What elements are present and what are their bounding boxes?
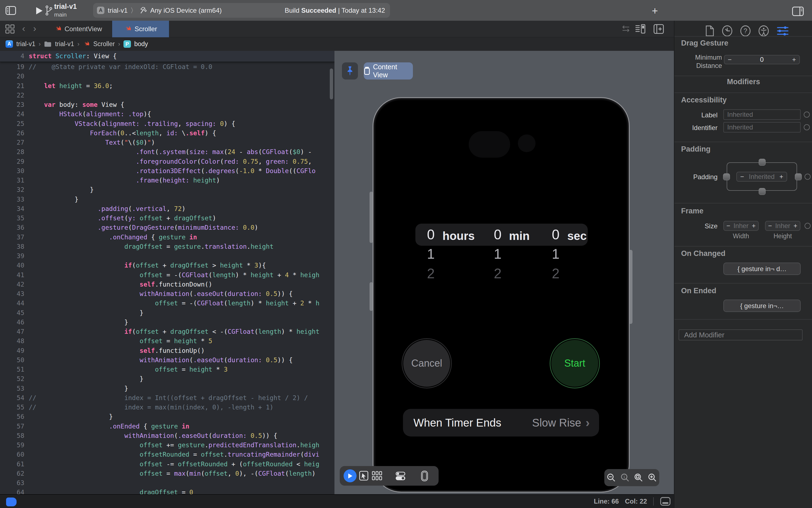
code-line[interactable]: 59 offset += gesture.predictedEndTransla… bbox=[0, 440, 334, 450]
code-line[interactable]: 4struct Scroller: View { bbox=[0, 51, 334, 61]
padding-trailing-handle[interactable] bbox=[795, 173, 802, 180]
when-timer-ends-row[interactable]: When Timer Ends Slow Rise › bbox=[403, 409, 599, 436]
file-inspector-icon[interactable] bbox=[704, 25, 715, 37]
accessibility-identifier-toggle[interactable] bbox=[804, 124, 810, 130]
breadcrumb-item-group[interactable]: trial-v1 bbox=[55, 40, 74, 48]
padding-value[interactable]: Inherited bbox=[744, 173, 779, 180]
navigator-sidebar-toggle-icon[interactable] bbox=[5, 6, 16, 15]
stepper-increment[interactable]: + bbox=[779, 173, 783, 180]
frame-width-stepper[interactable]: − Inher + bbox=[723, 221, 759, 231]
minimap-icon[interactable] bbox=[635, 24, 646, 35]
swap-editor-icon[interactable] bbox=[621, 25, 631, 33]
code-line[interactable]: 43 withAnimation(.easeOut(duration: 0.5)… bbox=[0, 289, 334, 298]
code-line[interactable]: 34 .padding(.vertical, 72) bbox=[0, 204, 334, 213]
code-line[interactable]: 44 offset = -(CGFloat(length) * height +… bbox=[0, 298, 334, 308]
code-line[interactable]: 54// index = Int((offset + dragOffset - … bbox=[0, 393, 334, 403]
code-line[interactable]: 25 VStack(alignment: .trailing, spacing:… bbox=[0, 119, 334, 128]
frame-width-value[interactable]: Inher bbox=[730, 222, 752, 230]
code-line[interactable]: 23 var body: some View { bbox=[0, 100, 334, 109]
attributes-inspector-icon[interactable] bbox=[776, 25, 789, 37]
code-line[interactable]: 35 .offset(y: offset + dragOffset) bbox=[0, 213, 334, 223]
code-line[interactable]: 20 bbox=[0, 72, 334, 81]
iphone-screen[interactable]: 0 hours 0 min 0 sec 1 1 1 2 2 2 Cancel S… bbox=[376, 100, 627, 490]
run-button[interactable] bbox=[35, 7, 43, 15]
code-line[interactable]: 60 offsetRounded = offset.truncatingRema… bbox=[0, 450, 334, 459]
picker-row2[interactable]: 2 bbox=[489, 266, 506, 281]
padding-toggle[interactable] bbox=[805, 174, 811, 180]
stepper-decrement[interactable]: − bbox=[740, 173, 744, 180]
scheme-project[interactable]: trial-v1 bbox=[108, 7, 128, 14]
stepper-increment[interactable]: + bbox=[792, 56, 796, 64]
picker-row2[interactable]: 2 bbox=[422, 266, 439, 281]
breadcrumb-item-symbol[interactable]: body bbox=[134, 40, 148, 48]
code-line[interactable]: 33 } bbox=[0, 195, 334, 204]
code-line[interactable]: 41 offset = -(CGFloat(length) * height +… bbox=[0, 270, 334, 280]
code-line[interactable]: 31 .frame(height: height) bbox=[0, 176, 334, 185]
code-line[interactable]: 39 bbox=[0, 251, 334, 261]
code-line[interactable]: 57 .onEnded { gesture in bbox=[0, 422, 334, 431]
padding-top-handle[interactable] bbox=[759, 159, 766, 166]
add-modifier-field[interactable]: Add Modifier bbox=[679, 329, 803, 340]
code-line[interactable]: 22 bbox=[0, 91, 334, 100]
frame-height-stepper[interactable]: − Inher + bbox=[765, 221, 800, 231]
add-tab-button[interactable]: + bbox=[652, 5, 658, 17]
preview-name-pill[interactable]: Content View bbox=[364, 62, 413, 80]
preview-device-button[interactable] bbox=[416, 467, 433, 485]
code-line[interactable]: 24 HStack(alignment: .top){ bbox=[0, 109, 334, 119]
code-line[interactable]: 50 withAnimation(.easeOut(duration: 0.5)… bbox=[0, 355, 334, 365]
history-inspector-icon[interactable] bbox=[721, 25, 733, 37]
cancel-button[interactable]: Cancel bbox=[403, 340, 450, 387]
stepper-increment[interactable]: + bbox=[794, 222, 797, 230]
code-editor[interactable]: 4struct Scroller: View { 19// @State pri… bbox=[0, 51, 334, 494]
picker-hours-value[interactable]: 0 bbox=[422, 227, 439, 242]
code-line[interactable]: 63 bbox=[0, 478, 334, 488]
code-line[interactable]: 64 dragOffset = 0 bbox=[0, 488, 334, 494]
tab-scroller[interactable]: Scroller bbox=[112, 21, 169, 37]
scheme-destination[interactable]: Any iOS Device (arm64) bbox=[150, 7, 222, 14]
code-line[interactable]: 32 } bbox=[0, 185, 334, 195]
code-line[interactable]: 56 } bbox=[0, 412, 334, 421]
code-line[interactable]: 53 } bbox=[0, 384, 334, 393]
zoom-out-icon[interactable] bbox=[606, 472, 616, 483]
frame-toggle[interactable] bbox=[805, 223, 811, 229]
code-line[interactable]: 62 offset = max(min(offset, 0), -(CGFloa… bbox=[0, 469, 334, 478]
editor-scrollbar[interactable] bbox=[330, 69, 333, 99]
code-line[interactable]: 47 if(offset + dragOffset < -(CGFloat(le… bbox=[0, 327, 334, 336]
minimum-distance-stepper[interactable]: − 0 + bbox=[724, 55, 800, 64]
stepper-decrement[interactable]: − bbox=[768, 222, 772, 230]
padding-stepper[interactable]: − Inherited + bbox=[736, 172, 787, 182]
code-line[interactable]: 38 dragOffset = gesture.translation.heig… bbox=[0, 242, 334, 251]
code-line[interactable]: 51 offset = height * 3 bbox=[0, 365, 334, 374]
code-line[interactable]: 37 .onChanged { gesture in bbox=[0, 232, 334, 242]
pin-preview-button[interactable] bbox=[342, 62, 358, 80]
selectable-preview-button[interactable] bbox=[358, 470, 370, 481]
accessibility-identifier-field[interactable]: Inherited bbox=[723, 122, 801, 132]
scheme-selector[interactable]: A trial-v1 〉 Any iOS Device (arm64) Buil… bbox=[93, 3, 390, 18]
code-line[interactable]: 19// @State private var indexOld: CGFloa… bbox=[0, 62, 334, 72]
stepper-increment[interactable]: + bbox=[752, 222, 756, 230]
minimum-distance-value[interactable]: 0 bbox=[732, 56, 792, 64]
code-line[interactable]: 58 withAnimation(.easeOut(duration: 0.5)… bbox=[0, 431, 334, 440]
device-settings-button[interactable] bbox=[392, 467, 409, 485]
stepper-decrement[interactable]: − bbox=[726, 222, 730, 230]
picker-row1[interactable]: 1 bbox=[547, 247, 564, 261]
build-status[interactable]: Build Succeeded | Today at 13:42 bbox=[285, 7, 385, 14]
code-line[interactable]: 42 self.functionDown() bbox=[0, 280, 334, 289]
code-line[interactable]: 46 } bbox=[0, 318, 334, 327]
code-line[interactable]: 36 .gesture(DragGesture(minimumDistance:… bbox=[0, 223, 334, 232]
accessibility-inspector-icon[interactable] bbox=[758, 25, 769, 37]
help-inspector-icon[interactable]: ? bbox=[740, 25, 751, 37]
code-line[interactable]: 45 } bbox=[0, 308, 334, 318]
branch-name[interactable]: trial-v1 bbox=[54, 2, 77, 10]
padding-bottom-handle[interactable] bbox=[759, 188, 766, 195]
add-editor-icon[interactable] bbox=[653, 24, 664, 35]
code-lines[interactable]: 19// @State private var indexOld: CGFloa… bbox=[0, 62, 334, 494]
on-ended-closure-button[interactable]: { gesture in¬… bbox=[723, 300, 801, 312]
accessibility-label-field[interactable]: Inherited bbox=[723, 109, 801, 120]
picker-row2[interactable]: 2 bbox=[547, 266, 564, 281]
variants-grid-button[interactable] bbox=[371, 470, 383, 481]
code-line[interactable]: 30 .rotation3DEffect(.degrees(-1.0 * Dou… bbox=[0, 166, 334, 176]
code-line[interactable]: 29 .foregroundColor(Color(red: 0.75, gre… bbox=[0, 157, 334, 166]
code-line[interactable]: 26 ForEach(0..<length, id: \.self) { bbox=[0, 128, 334, 138]
code-line[interactable]: 40 if(offset + dragOffset > height * 3){ bbox=[0, 261, 334, 270]
